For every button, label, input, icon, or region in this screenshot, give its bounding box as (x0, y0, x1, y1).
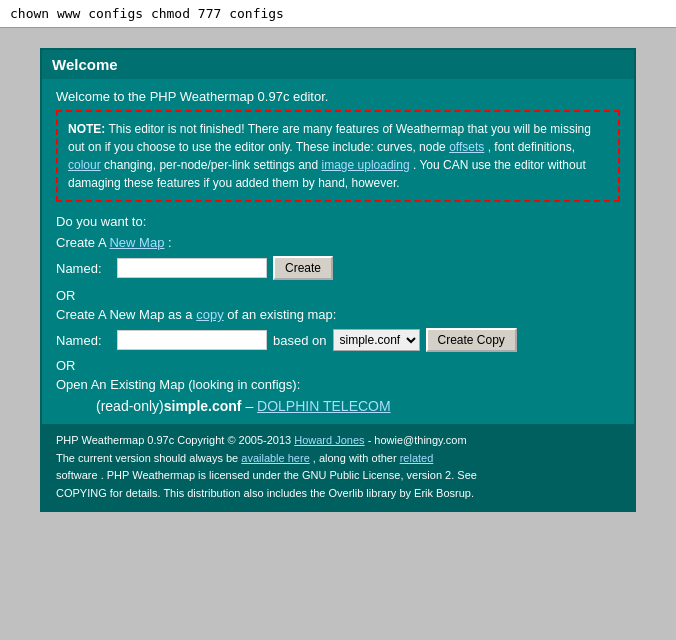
copy-map-name-input[interactable] (117, 330, 267, 350)
terminal-bar: chown www configs chmod 777 configs (0, 0, 676, 28)
open-existing-label: Open An Existing Map (looking in configs… (56, 377, 620, 392)
existing-map-entry: (read-only)simple.conf – DOLPHIN TELECOM (96, 398, 620, 414)
create-copy-button[interactable]: Create Copy (426, 328, 517, 352)
copy-row: Named: based on simple.conf Create Copy (56, 328, 620, 352)
named2-label: Named: (56, 333, 111, 348)
map-readonly-prefix: (read-only) (96, 398, 164, 414)
note-label: NOTE: (68, 122, 105, 136)
existing-map-dropdown[interactable]: simple.conf (333, 329, 420, 351)
note-text2: , font definitions, (488, 140, 575, 154)
footer-line1-start: PHP Weathermap 0.97c Copyright © 2005-20… (56, 434, 294, 446)
note-link-offsets[interactable]: offsets (449, 140, 484, 154)
welcome-box: Welcome Welcome to the PHP Weathermap 0.… (40, 48, 636, 512)
do-you-want: Do you want to: (56, 214, 620, 229)
new-map-link[interactable]: New Map (109, 235, 164, 250)
available-here-link[interactable]: available here (241, 452, 310, 464)
howard-jones-link[interactable]: Howard Jones (294, 434, 364, 446)
or1: OR (56, 288, 620, 303)
note-link-colour[interactable]: colour (68, 158, 101, 172)
footer: PHP Weathermap 0.97c Copyright © 2005-20… (42, 424, 634, 510)
note-text3: changing, per-node/per-link settings and (104, 158, 321, 172)
welcome-intro: Welcome to the PHP Weathermap 0.97c edit… (56, 89, 620, 104)
named-row: Named: Create (56, 256, 620, 280)
welcome-title: Welcome (42, 50, 634, 79)
map-name: simple.conf (164, 398, 242, 414)
footer-line4: COPYING for details. This distribution a… (56, 487, 474, 499)
new-map-name-input[interactable] (117, 258, 267, 278)
footer-line1-end: - howie@thingy.com (368, 434, 467, 446)
footer-line2-start: The current version should always be (56, 452, 241, 464)
create-button[interactable]: Create (273, 256, 333, 280)
footer-line2-mid: , along with other (313, 452, 400, 464)
or2: OR (56, 358, 620, 373)
note-box: NOTE: This editor is not finished! There… (56, 110, 620, 202)
welcome-body: Welcome to the PHP Weathermap 0.97c edit… (42, 79, 634, 424)
terminal-command: chown www configs chmod 777 configs (10, 6, 284, 21)
create-new-label: Create A New Map : (56, 235, 620, 250)
footer-line3-start: software (56, 469, 98, 481)
footer-line3-end: . PHP Weathermap is licensed under the G… (101, 469, 477, 481)
map-dash: – (245, 398, 257, 414)
copy-link[interactable]: copy (196, 307, 223, 322)
based-on-label: based on (273, 333, 327, 348)
map-link[interactable]: DOLPHIN TELECOM (257, 398, 391, 414)
named-label: Named: (56, 261, 111, 276)
related-link[interactable]: related (400, 452, 434, 464)
create-copy-label: Create A New Map as a copy of an existin… (56, 307, 620, 322)
note-link-image-uploading[interactable]: image uploading (322, 158, 410, 172)
